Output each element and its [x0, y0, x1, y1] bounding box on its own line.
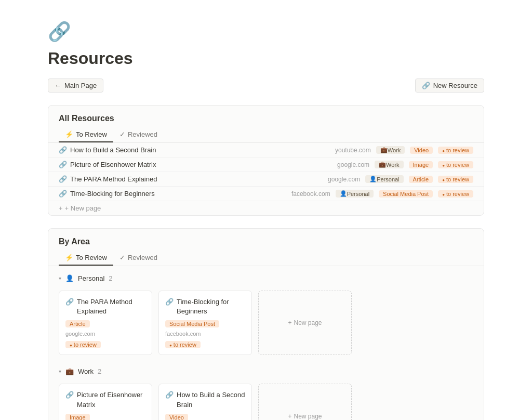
new-page-card-label: New page [294, 413, 322, 420]
row-type-tag: Social Media Post [379, 190, 433, 198]
card-type-tag: Social Media Post [165, 320, 219, 327]
new-page-label: + New page [65, 204, 101, 212]
card-para-method[interactable]: 🔗 The PARA Method Explained Article goog… [59, 291, 152, 355]
row-name: 🔗 Time-Blocking for Beginners [59, 190, 287, 198]
new-resource-button[interactable]: 🔗 New Resource [415, 78, 484, 93]
by-area-tabs: ⚡ To Review ✓ Reviewed [48, 251, 484, 266]
new-page-card-work[interactable]: + New page [258, 384, 352, 420]
group-name-personal: Personal [78, 274, 104, 282]
check-icon-all: ✓ [119, 130, 125, 138]
toolbar: ← Main Page 🔗 New Resource [48, 78, 484, 93]
card-tags: Image [65, 414, 145, 420]
row-name: 🔗 How to Build a Second Brain [59, 146, 331, 154]
link-card-icon: 🔗 [165, 297, 174, 307]
card-status-tag: to review [65, 341, 101, 348]
group-header-personal[interactable]: ▾ 👤 Personal 2 [48, 270, 484, 286]
row-area-tag: 👤 Personal [365, 175, 403, 183]
card-tags: Social Media Post [165, 320, 245, 327]
card-type-tag: Video [165, 414, 188, 420]
status-dot [70, 342, 74, 348]
arrow-left-icon: ← [55, 82, 61, 89]
card-time-blocking[interactable]: 🔗 Time-Blocking for Beginners Social Med… [158, 291, 252, 355]
status-dot [442, 147, 446, 153]
chevron-down-icon: ▾ [59, 369, 61, 374]
card-status: to review [165, 340, 245, 348]
row-status-tag: to review [438, 176, 473, 183]
tab-reviewed-area[interactable]: ✓ Reviewed [113, 251, 164, 266]
link-card-icon: 🔗 [165, 390, 174, 400]
status-dot [169, 342, 174, 348]
link-row-icon: 🔗 [59, 190, 67, 198]
new-resource-label: New Resource [433, 82, 477, 89]
link-row-icon: 🔗 [59, 161, 67, 168]
row-status-tag: to review [438, 190, 473, 198]
person-icon: 👤 [340, 190, 347, 197]
work-card-grid: 🔗 Picture of Eisenhower Matrix Image goo… [48, 379, 484, 420]
by-area-title: By Area [48, 229, 484, 251]
chevron-down-icon: ▾ [59, 275, 61, 281]
page-title: Resources [48, 49, 484, 68]
plus-icon: + [59, 204, 63, 212]
row-status-tag: to review [438, 147, 473, 154]
status-dot [442, 162, 446, 168]
by-area-section: By Area ⚡ To Review ✓ Reviewed ▾ 👤 Perso… [48, 228, 484, 420]
group-name-work: Work [78, 368, 94, 375]
person-icon: 👤 [369, 176, 377, 182]
row-meta: youtube.com 💼 Work Video to review [335, 146, 473, 154]
table-row[interactable]: 🔗 Time-Blocking for Beginners facebook.c… [48, 187, 484, 201]
row-name: 🔗 The PARA Method Explained [59, 175, 324, 183]
group-count-work: 2 [98, 368, 101, 375]
main-page-button[interactable]: ← Main Page [48, 78, 103, 93]
table-row[interactable]: 🔗 Picture of Eisenhower Matrix google.co… [48, 158, 484, 172]
card-status: to review [65, 340, 145, 348]
row-source: google.com [328, 176, 360, 183]
table-row[interactable]: 🔗 The PARA Method Explained google.com 👤… [48, 172, 484, 187]
briefcase-group-icon: 💼 [65, 368, 74, 375]
new-page-card-personal[interactable]: + New page [258, 291, 352, 355]
table-row[interactable]: 🔗 How to Build a Second Brain youtube.co… [48, 143, 484, 158]
card-title: 🔗 The PARA Method Explained [65, 297, 145, 316]
card-status-tag: to review [165, 341, 201, 348]
card-tags: Article [65, 320, 145, 327]
by-area-content: ▾ 👤 Personal 2 🔗 The PARA Method Explain… [48, 266, 484, 420]
filter-icon-all: ⚡ [65, 130, 73, 138]
row-name: 🔗 Picture of Eisenhower Matrix [59, 161, 333, 168]
tab-to-review-area[interactable]: ⚡ To Review [59, 251, 113, 266]
check-icon-area: ✓ [119, 254, 125, 261]
group-header-work[interactable]: ▾ 💼 Work 2 [48, 363, 484, 379]
briefcase-icon: 💼 [380, 147, 388, 153]
row-meta: google.com 💼 Work Image to review [337, 161, 473, 168]
link-card-icon: 🔗 [65, 297, 74, 307]
card-tags: Video [165, 414, 245, 420]
plus-card-icon: + [288, 319, 291, 326]
row-meta: facebook.com 👤 Personal Social Media Pos… [291, 190, 473, 198]
card-title: 🔗 Time-Blocking for Beginners [165, 297, 245, 316]
tab-to-review-all[interactable]: ⚡ To Review [59, 127, 113, 142]
row-source: facebook.com [291, 190, 330, 198]
new-page-button-all[interactable]: + + New page [48, 201, 484, 215]
all-resources-tabs: ⚡ To Review ✓ Reviewed [48, 127, 484, 143]
toolbar-left: ← Main Page [48, 78, 103, 93]
row-source: youtube.com [335, 147, 371, 154]
briefcase-icon: 💼 [379, 161, 386, 168]
all-resources-title: All Resources [48, 106, 484, 127]
link-row-icon: 🔗 [59, 175, 67, 183]
plus-card-icon: + [288, 413, 291, 420]
link-btn-icon: 🔗 [422, 82, 430, 89]
link-card-icon: 🔗 [65, 390, 74, 400]
card-type-tag: Image [65, 414, 90, 420]
card-eisenhower[interactable]: 🔗 Picture of Eisenhower Matrix Image goo… [59, 384, 152, 420]
filter-icon-area: ⚡ [65, 254, 73, 261]
group-count-personal: 2 [109, 274, 112, 282]
main-page-label: Main Page [64, 82, 97, 89]
card-second-brain[interactable]: 🔗 How to Build a Second Brain Video yout… [158, 384, 252, 420]
card-type-tag: Article [65, 320, 90, 327]
toolbar-right: 🔗 New Resource [415, 78, 484, 93]
tab-reviewed-all[interactable]: ✓ Reviewed [113, 127, 164, 142]
personal-card-grid: 🔗 The PARA Method Explained Article goog… [48, 286, 484, 363]
row-status-tag: to review [438, 161, 473, 168]
row-type-tag: Article [409, 176, 433, 183]
card-source: facebook.com [165, 331, 245, 337]
row-type-tag: Image [409, 161, 433, 168]
row-area-tag: 💼 Work [376, 146, 405, 154]
